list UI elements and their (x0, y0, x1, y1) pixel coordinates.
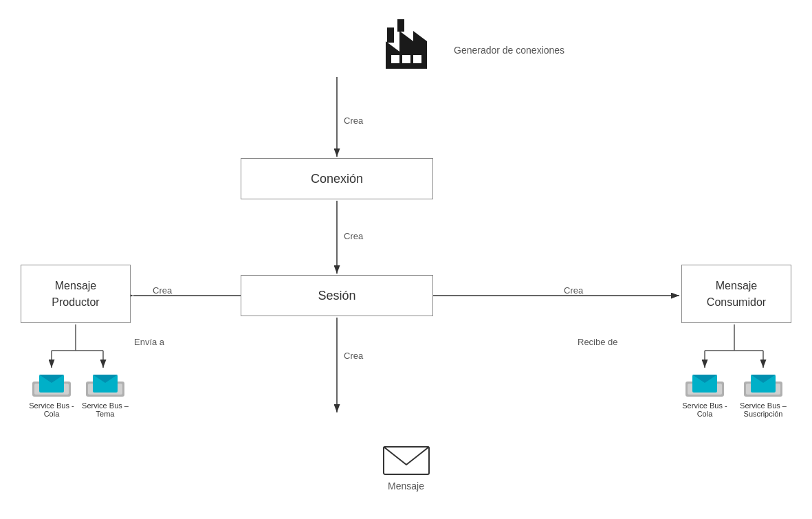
mensaje-envelope: Mensaje (382, 439, 430, 492)
sb-tema-left: Service Bus –Tema (78, 368, 133, 418)
svg-rect-16 (391, 55, 399, 63)
msg-consumidor-line2: Consumidor (707, 294, 766, 311)
crea-label-2: Crea (344, 231, 363, 241)
sb-cola-left-label: Service Bus -Cola (29, 401, 74, 418)
sesion-box: Sesión (241, 275, 433, 316)
svg-rect-20 (397, 19, 404, 32)
crea-label-4: Crea (564, 285, 583, 296)
sb-suscripcion: Service Bus –Suscripción (736, 368, 791, 418)
msg-productor-box: Mensaje Productor (21, 265, 131, 323)
svg-rect-19 (387, 27, 394, 43)
factory-label: Generador de conexiones (454, 45, 564, 56)
svg-rect-17 (402, 55, 410, 63)
svg-rect-37 (384, 447, 429, 474)
svg-rect-18 (413, 55, 421, 63)
msg-productor-line2: Productor (52, 294, 99, 311)
factory-icon (372, 14, 441, 76)
diagram: Generador de conexiones Crea Conexión Cr… (0, 0, 812, 519)
msg-productor-line1: Mensaje (55, 278, 96, 294)
sesion-label: Sesión (318, 289, 355, 303)
msg-consumidor-box: Mensaje Consumidor (681, 265, 791, 323)
crea-label-1: Crea (344, 115, 363, 126)
msg-consumidor-line1: Mensaje (716, 278, 757, 294)
sb-cola-right-label: Service Bus -Cola (682, 401, 727, 418)
recibe-de-label: Recibe de (578, 337, 618, 347)
conexion-label: Conexión (311, 172, 363, 186)
conexion-box: Conexión (241, 158, 433, 199)
envia-a-label: Envía a (134, 337, 164, 347)
sb-tema-label: Service Bus –Tema (82, 401, 129, 418)
sb-suscripcion-label: Service Bus –Suscripción (740, 401, 787, 418)
crea-label-3: Crea (153, 285, 172, 296)
sb-cola-right: Service Bus -Cola (677, 368, 732, 418)
mensaje-label: Mensaje (388, 481, 424, 492)
sb-cola-left: Service Bus -Cola (24, 368, 79, 418)
crea-label-5: Crea (344, 351, 363, 361)
